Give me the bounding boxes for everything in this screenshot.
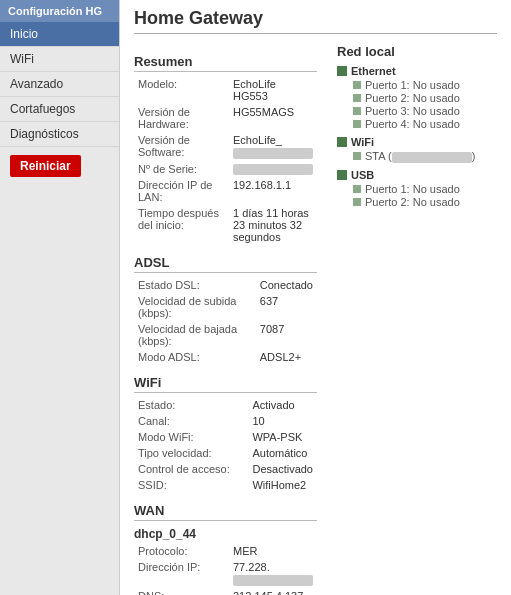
table-row: Modelo: EchoLife HG553 bbox=[134, 76, 317, 104]
sidebar-item-inicio[interactable]: Inicio bbox=[0, 22, 119, 47]
ethernet-port3-dot-icon bbox=[353, 107, 361, 115]
page-title: Home Gateway bbox=[134, 8, 497, 34]
ethernet-port-2: Puerto 2: No usado bbox=[337, 92, 497, 104]
table-row: Dirección IP: 77.228. bbox=[134, 559, 317, 588]
tiempo-label: Tiempo después del inicio: bbox=[134, 205, 229, 245]
table-row: Versión de Software: EchoLife_ bbox=[134, 132, 317, 161]
modelo-label: Modelo: bbox=[134, 76, 229, 104]
sw-label: Versión de Software: bbox=[134, 132, 229, 161]
serie-label: Nº de Serie: bbox=[134, 161, 229, 178]
wifi-canal-label: Canal: bbox=[134, 413, 248, 429]
sidebar-item-cortafuegos[interactable]: Cortafuegos bbox=[0, 97, 119, 122]
ethernet-port1-dot-icon bbox=[353, 81, 361, 89]
table-row: SSID: WifiHome2 bbox=[134, 477, 317, 493]
modelo-value: EchoLife HG553 bbox=[229, 76, 317, 104]
left-panel: Resumen Modelo: EchoLife HG553 Versión d… bbox=[134, 44, 317, 595]
ethernet-port4-dot-icon bbox=[353, 120, 361, 128]
wifi-modo-value: WPA-PSK bbox=[248, 429, 317, 445]
wifi-sta: STA ( ) bbox=[337, 150, 497, 163]
table-row: Estado: Activado bbox=[134, 397, 317, 413]
resumen-table: Modelo: EchoLife HG553 Versión de Hardwa… bbox=[134, 76, 317, 245]
table-row: Modo ADSL: ADSL2+ bbox=[134, 349, 317, 365]
ethernet-port-1: Puerto 1: No usado bbox=[337, 79, 497, 91]
wifi-ssid-value: WifiHome2 bbox=[248, 477, 317, 493]
table-row: Estado DSL: Conectado bbox=[134, 277, 317, 293]
table-row: Tipo velocidad: Automático bbox=[134, 445, 317, 461]
serie-blurred bbox=[233, 164, 313, 175]
usb-section: USB Puerto 1: No usado Puerto 2: No usad… bbox=[337, 169, 497, 208]
sidebar-item-avanzado[interactable]: Avanzado bbox=[0, 72, 119, 97]
table-row: Velocidad de bajada (kbps): 7087 bbox=[134, 321, 317, 349]
table-row: Tiempo después del inicio: 1 días 11 hor… bbox=[134, 205, 317, 245]
wifi-tipo-label: Tipo velocidad: bbox=[134, 445, 248, 461]
sidebar: Configuración HG Inicio WiFi Avanzado Co… bbox=[0, 0, 120, 595]
table-row: Dirección IP de LAN: 192.168.1.1 bbox=[134, 177, 317, 205]
usb-port1-dot-icon bbox=[353, 185, 361, 193]
resumen-title: Resumen bbox=[134, 54, 317, 72]
ip-value: 192.168.1.1 bbox=[229, 177, 317, 205]
sw-blurred bbox=[233, 148, 313, 159]
adsl-title: ADSL bbox=[134, 255, 317, 273]
usb-port-1: Puerto 1: No usado bbox=[337, 183, 497, 195]
red-local-title: Red local bbox=[337, 44, 497, 59]
wan-protocolo-value: MER bbox=[229, 543, 317, 559]
wifi-control-value: Desactivado bbox=[248, 461, 317, 477]
wifi-red-title: WiFi bbox=[337, 136, 497, 148]
wifi-sta-dot-icon bbox=[353, 152, 361, 160]
table-row: Control de acceso: Desactivado bbox=[134, 461, 317, 477]
adsl-estado-label: Estado DSL: bbox=[134, 277, 256, 293]
table-row: Versión de Hardware: HG55MAGS bbox=[134, 104, 317, 132]
hw-label: Versión de Hardware: bbox=[134, 104, 229, 132]
adsl-bajada-label: Velocidad de bajada (kbps): bbox=[134, 321, 256, 349]
wan-ip-value: 77.228. bbox=[229, 559, 317, 588]
wifi-estado-value: Activado bbox=[248, 397, 317, 413]
table-row: Canal: 10 bbox=[134, 413, 317, 429]
wan-dns-label: DNS: bbox=[134, 588, 229, 595]
sidebar-item-diagnosticos[interactable]: Diagnósticos bbox=[0, 122, 119, 147]
wan-dhcp-title: dhcp_0_44 bbox=[134, 527, 317, 541]
wifi-title: WiFi bbox=[134, 375, 317, 393]
serie-value bbox=[229, 161, 317, 178]
wan-protocolo-label: Protocolo: bbox=[134, 543, 229, 559]
wifi-red-section: WiFi STA ( ) bbox=[337, 136, 497, 163]
wifi-ssid-label: SSID: bbox=[134, 477, 248, 493]
sidebar-header: Configuración HG bbox=[0, 0, 119, 22]
adsl-table: Estado DSL: Conectado Velocidad de subid… bbox=[134, 277, 317, 365]
usb-port2-dot-icon bbox=[353, 198, 361, 206]
adsl-modo-value: ADSL2+ bbox=[256, 349, 317, 365]
table-row: DNS: 212.145.4.137 bbox=[134, 588, 317, 595]
adsl-modo-label: Modo ADSL: bbox=[134, 349, 256, 365]
ethernet-port-4: Puerto 4: No usado bbox=[337, 118, 497, 130]
ip-label: Dirección IP de LAN: bbox=[134, 177, 229, 205]
restart-button[interactable]: Reiniciar bbox=[10, 155, 81, 177]
adsl-estado-value: Conectado bbox=[256, 277, 317, 293]
wifi-tipo-value: Automático bbox=[248, 445, 317, 461]
sidebar-item-wifi[interactable]: WiFi bbox=[0, 47, 119, 72]
wifi-control-label: Control de acceso: bbox=[134, 461, 248, 477]
wifi-modo-label: Modo WiFi: bbox=[134, 429, 248, 445]
wan-ip-blurred bbox=[233, 575, 313, 586]
wifi-estado-label: Estado: bbox=[134, 397, 248, 413]
main-content: Home Gateway Resumen Modelo: EchoLife HG… bbox=[120, 0, 511, 595]
table-row: Protocolo: MER bbox=[134, 543, 317, 559]
wan-ip-label: Dirección IP: bbox=[134, 559, 229, 588]
adsl-subida-label: Velocidad de subida (kbps): bbox=[134, 293, 256, 321]
usb-port-2: Puerto 2: No usado bbox=[337, 196, 497, 208]
wifi-table: Estado: Activado Canal: 10 Modo WiFi: WP… bbox=[134, 397, 317, 493]
app-layout: Configuración HG Inicio WiFi Avanzado Co… bbox=[0, 0, 511, 595]
adsl-bajada-value: 7087 bbox=[256, 321, 317, 349]
ethernet-title: Ethernet bbox=[337, 65, 497, 77]
table-row: Modo WiFi: WPA-PSK bbox=[134, 429, 317, 445]
wifi-sta-blurred bbox=[392, 152, 472, 163]
adsl-subida-value: 637 bbox=[256, 293, 317, 321]
ethernet-port2-dot-icon bbox=[353, 94, 361, 102]
usb-title: USB bbox=[337, 169, 497, 181]
wan-dns-value: 212.145.4.137 bbox=[229, 588, 317, 595]
ethernet-dot-icon bbox=[337, 66, 347, 76]
table-row: Velocidad de subida (kbps): 637 bbox=[134, 293, 317, 321]
usb-dot-icon bbox=[337, 170, 347, 180]
sw-value: EchoLife_ bbox=[229, 132, 317, 161]
right-panel: Red local Ethernet Puerto 1: No usado Pu… bbox=[337, 44, 497, 595]
wan-title: WAN bbox=[134, 503, 317, 521]
hw-value: HG55MAGS bbox=[229, 104, 317, 132]
